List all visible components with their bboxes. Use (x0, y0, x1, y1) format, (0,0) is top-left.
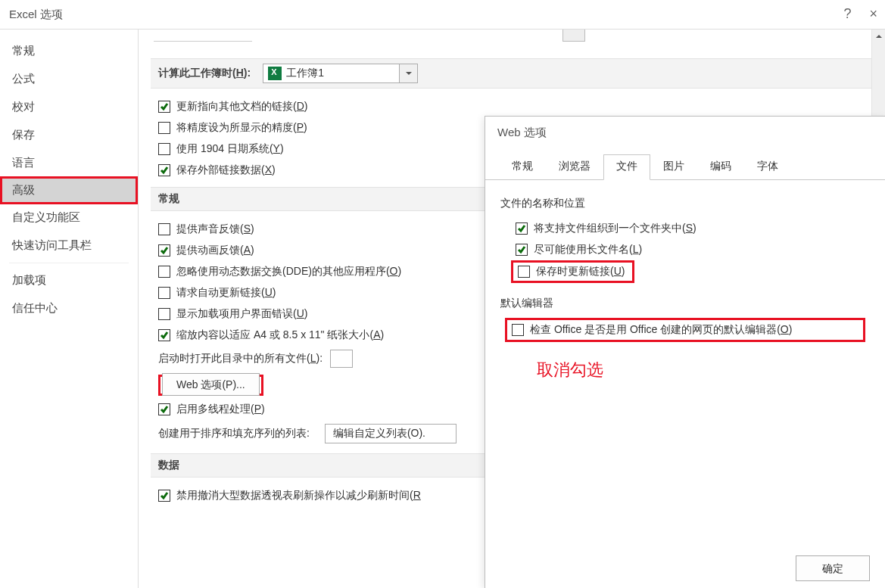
opt-long-filenames[interactable]: 尽可能使用长文件名(L) (500, 239, 870, 260)
sidebar-item-customize-ribbon[interactable]: 自定义功能区 (0, 204, 138, 232)
opt-label: 检查 Office 是否是用 Office 创建的网页的默认编辑器(O) (530, 323, 792, 337)
section-general-heading: 常规 (158, 192, 179, 206)
opt-organize-files-folder[interactable]: 将支持文件组织到一个文件夹中(S) (500, 218, 870, 239)
window-title: Excel 选项 (9, 8, 63, 22)
checkbox-icon[interactable] (516, 244, 528, 256)
web-options-highlight: Web 选项(P)... (158, 375, 263, 396)
opt-label: 忽略使用动态数据交换(DDE)的其他应用程序(O) (176, 265, 401, 278)
partial-cutoff-row (151, 37, 873, 51)
sortlist-label: 创建用于排序和填充序列的列表: (158, 427, 310, 440)
checkbox-icon[interactable] (158, 329, 170, 341)
checkbox-icon[interactable] (158, 490, 170, 502)
checkbox-icon[interactable] (158, 164, 170, 176)
checkbox-icon[interactable] (158, 223, 170, 235)
opt-label: 提供声音反馈(S) (176, 222, 254, 236)
sidebar-item-quick-access[interactable]: 快速访问工具栏 (0, 232, 138, 260)
tab-general[interactable]: 常规 (499, 154, 546, 180)
opt-label: 更新指向其他文档的链接(D) (176, 100, 307, 114)
sidebar-item-save[interactable]: 保存 (0, 121, 138, 149)
web-options-button[interactable]: Web 选项(P)... (162, 373, 260, 396)
sidebar-separator (9, 263, 129, 263)
chevron-down-icon[interactable] (399, 64, 417, 82)
opt-label: 使用 1904 日期系统(Y) (176, 142, 284, 156)
opt-label: 尽可能使用长文件名(L) (534, 243, 642, 257)
group-default-editor: 默认编辑器 (500, 297, 870, 310)
scroll-up-icon[interactable] (872, 30, 885, 43)
opt-label: 保存时更新链接(U) (536, 265, 625, 278)
checkbox-icon[interactable] (518, 266, 530, 278)
sidebar-item-advanced[interactable]: 高级 (0, 176, 138, 204)
sidebar-item-trust-center[interactable]: 信任中心 (0, 294, 138, 322)
highlight-update-links-on-save: 保存时更新链接(U) (511, 260, 634, 283)
tab-pictures[interactable]: 图片 (650, 154, 697, 180)
annotation-uncheck: 取消勾选 (537, 359, 870, 381)
help-icon[interactable]: ? (843, 6, 851, 22)
workbook-name: 工作簿1 (286, 67, 399, 80)
checkbox-icon[interactable] (516, 222, 528, 235)
edit-custom-lists-button[interactable]: 编辑自定义列表(O). (325, 424, 457, 443)
startup-folder-label: 启动时打开此目录中的所有文件(L): (158, 352, 323, 366)
dialog-title: Web 选项 (485, 117, 885, 149)
sidebar-item-language[interactable]: 语言 (0, 149, 138, 177)
section-workbook-heading-hot: H (236, 67, 244, 79)
startup-folder-input[interactable] (330, 350, 353, 368)
tab-fonts[interactable]: 字体 (744, 154, 791, 180)
tab-browser[interactable]: 浏览器 (546, 154, 603, 180)
opt-label: 缩放内容以适应 A4 或 8.5 x 11" 纸张大小(A) (176, 328, 384, 342)
opt-label: 提供动画反馈(A) (176, 244, 254, 257)
ok-button[interactable]: 确定 (796, 555, 870, 581)
checkbox-icon[interactable] (158, 403, 170, 415)
checkbox-icon[interactable] (158, 308, 170, 320)
excel-icon (268, 67, 282, 80)
title-bar: Excel 选项 ? × (0, 0, 885, 29)
web-options-dialog: Web 选项 常规 浏览器 文件 图片 编码 字体 文件的名称和位置 将支持文件… (485, 116, 885, 588)
section-workbook-heading-post: ): (244, 67, 251, 79)
opt-label: 启用多线程处理(P) (176, 403, 265, 416)
checkbox-icon[interactable] (158, 266, 170, 278)
workbook-picker[interactable]: 工作簿1 (263, 64, 418, 83)
tab-files[interactable]: 文件 (603, 154, 650, 180)
checkbox-icon[interactable] (158, 143, 170, 155)
highlight-check-office-default-editor: 检查 Office 是否是用 Office 创建的网页的默认编辑器(O) (505, 318, 865, 342)
edit-custom-lists-label: 编辑自定义列表(O). (333, 427, 425, 440)
checkbox-icon[interactable] (512, 324, 524, 336)
opt-label: 将精度设为所显示的精度(P) (176, 121, 307, 135)
sidebar-item-formulas[interactable]: 公式 (0, 65, 138, 93)
opt-label: 请求自动更新链接(U) (176, 286, 276, 300)
group-file-name-location: 文件的名称和位置 (500, 197, 870, 210)
sidebar: 常规 公式 校对 保存 语言 高级 自定义功能区 快速访问工具栏 加载项 信任中… (0, 30, 139, 588)
opt-label: 禁用撤消大型数据透视表刷新操作以减少刷新时间(R (176, 489, 421, 502)
section-workbook-heading-pre: 计算此工作簿时( (158, 67, 236, 79)
checkbox-icon[interactable] (158, 101, 170, 113)
dialog-tabs: 常规 浏览器 文件 图片 编码 字体 (485, 154, 885, 180)
opt-label: 保存外部链接数据(X) (176, 163, 276, 177)
opt-label: 显示加载项用户界面错误(U) (176, 307, 307, 321)
opt-update-links[interactable]: 更新指向其他文档的链接(D) (151, 96, 873, 117)
sidebar-item-general[interactable]: 常规 (0, 37, 138, 65)
checkbox-icon[interactable] (158, 122, 170, 134)
checkbox-icon[interactable] (158, 287, 170, 299)
checkbox-icon[interactable] (158, 244, 170, 257)
sidebar-item-proofing[interactable]: 校对 (0, 93, 138, 121)
tab-encoding[interactable]: 编码 (697, 154, 744, 180)
section-workbook-calc: 计算此工作簿时(H): 工作簿1 (151, 58, 873, 89)
sidebar-item-addins[interactable]: 加载项 (0, 266, 138, 294)
section-data-heading: 数据 (158, 459, 179, 472)
close-icon[interactable]: × (869, 6, 877, 22)
partial-dropdown[interactable] (562, 30, 585, 42)
opt-label: 将支持文件组织到一个文件夹中(S) (534, 222, 696, 235)
